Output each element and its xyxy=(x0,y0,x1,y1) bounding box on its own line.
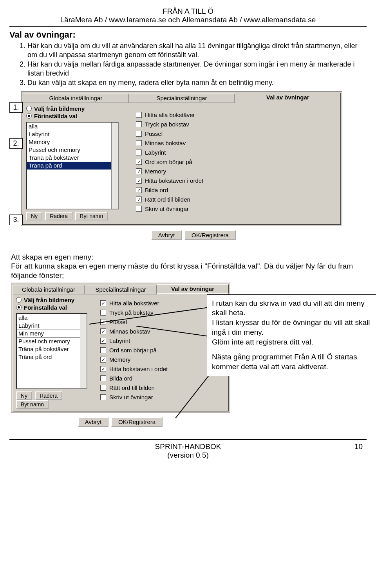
byt-namn-button[interactable]: Byt namn xyxy=(16,400,49,409)
checkbox-icon xyxy=(136,131,142,137)
checkbox-row[interactable]: ✓Rätt ord till bilden xyxy=(136,195,337,204)
radio-icon xyxy=(26,106,32,111)
radio-icon xyxy=(16,305,22,310)
scrollbar[interactable] xyxy=(111,123,118,209)
checkbox-label: Ord som börjar på xyxy=(145,158,192,166)
page-header: FRÅN A TILL Ö LäraMera Ab / www.laramera… xyxy=(9,7,367,27)
instruction-item: Här kan du välja mellan färdiga anpassad… xyxy=(27,60,367,78)
list-item[interactable]: Träna på bokstäver xyxy=(27,154,118,162)
checkbox-icon xyxy=(100,310,106,316)
checkbox-label: Hitta bokstaven i ordet xyxy=(145,177,203,185)
radio-icon xyxy=(26,113,32,119)
para-body: För att kunna skapa en egen meny måste d… xyxy=(11,262,353,280)
checkbox-row[interactable]: Hitta alla bokstäver xyxy=(136,111,337,119)
list-item[interactable]: Träna på ord xyxy=(17,353,87,361)
checkbox-label: Pussel xyxy=(145,130,163,138)
checkbox-icon: ✓ xyxy=(136,197,142,202)
checkbox-row[interactable]: Tryck på bokstav xyxy=(136,120,337,129)
annotation-line: I listan kryssar du för de övningar du v… xyxy=(212,318,372,337)
ok-registrera-button[interactable]: OK/Registrera xyxy=(111,417,163,427)
tabstrip: Globala inställningar Specialinställning… xyxy=(13,284,229,294)
radio-bildmeny[interactable]: Välj från bildmeny xyxy=(26,105,124,112)
checkbox-label: Skriv ut övningar xyxy=(145,205,189,213)
list-item[interactable]: alla xyxy=(27,123,118,130)
list-item[interactable]: Labyrint xyxy=(27,130,118,138)
dialog-footer: Avbryt OK/Registrera xyxy=(11,413,230,431)
checkbox-row[interactable]: Skriv ut övningar xyxy=(100,393,225,402)
radio-label: Välj från bildmeny xyxy=(34,105,85,112)
checkbox-label: Hitta alla bokstäver xyxy=(109,299,159,308)
checkbox-row[interactable]: Pussel xyxy=(136,130,337,138)
checkbox-icon xyxy=(100,347,106,353)
checkbox-label: Tryck på bokstav xyxy=(145,120,189,129)
checkbox-row[interactable]: ✓Hitta bokstaven i ordet xyxy=(136,177,337,185)
callout-3: 3. xyxy=(9,215,23,225)
exercise-checklist: Hitta alla bokstäverTryck på bokstavPuss… xyxy=(124,105,337,222)
para-head: Att skapa en egen meny: xyxy=(11,253,93,261)
radio-label: Förinställda val xyxy=(24,304,67,311)
radio-label: Välj från bildmeny xyxy=(24,297,74,303)
checkbox-icon: ✓ xyxy=(136,187,142,193)
tab-global[interactable]: Globala inställningar xyxy=(23,94,129,103)
checkbox-row[interactable]: Minnas bokstav xyxy=(136,139,337,148)
checkbox-row[interactable]: ✓Memory xyxy=(136,167,337,176)
byt-namn-button[interactable]: Byt namn xyxy=(75,212,108,220)
checkbox-row[interactable]: Rätt ord till bilden xyxy=(100,384,225,392)
list-item[interactable]: alla xyxy=(17,314,87,322)
checkbox-row[interactable]: Labyrint xyxy=(136,148,337,157)
create-menu-para: Att skapa en egen meny: För att kunna sk… xyxy=(11,253,367,280)
list-item[interactable]: Pussel och memory xyxy=(17,337,87,345)
tab-special[interactable]: Specialinställningar xyxy=(129,94,235,103)
scrollbar[interactable] xyxy=(80,314,87,388)
checkbox-row[interactable]: Skriv ut övningar xyxy=(136,205,337,213)
figure-2: Globala inställningar Specialinställning… xyxy=(11,283,367,431)
ny-button[interactable]: Ny xyxy=(26,212,42,220)
checkbox-label: Rätt ord till bilden xyxy=(145,195,190,204)
checkbox-row[interactable]: ✓Ord som börjar på xyxy=(136,158,337,166)
exercise-checklist: ✓Hitta alla bokstäverTryck på bokstav✓Pu… xyxy=(92,296,225,409)
checkbox-icon xyxy=(136,206,142,212)
checkbox-label: Labyrint xyxy=(109,337,130,345)
tab-global[interactable]: Globala inställningar xyxy=(13,285,85,294)
ok-registrera-button[interactable]: OK/Registrera xyxy=(184,230,236,240)
list-item[interactable]: Labyrint xyxy=(17,322,87,330)
radio-bildmeny[interactable]: Välj från bildmeny xyxy=(16,297,92,303)
tab-val-av-ovningar[interactable]: Val av övningar xyxy=(235,93,341,102)
list-item[interactable]: Träna på ord xyxy=(27,162,118,170)
checkbox-icon: ✓ xyxy=(136,168,142,174)
avbryt-button[interactable]: Avbryt xyxy=(151,230,182,240)
settings-dialog: Globala inställningar Specialinställning… xyxy=(21,91,342,226)
radio-forinstallda[interactable]: Förinställda val xyxy=(26,113,124,119)
list-item[interactable]: Träna på bokstäver xyxy=(17,345,87,353)
radio-forinstallda[interactable]: Förinställda val xyxy=(16,304,92,311)
tabstrip: Globala inställningar Specialinställning… xyxy=(23,93,341,102)
page-number: 10 xyxy=(354,442,363,451)
radera-button[interactable]: Radera xyxy=(35,391,62,400)
menu-listbox[interactable]: allaLabyrintMin menyPussel och memoryTrä… xyxy=(16,313,87,389)
tab-val-av-ovningar[interactable]: Val av övningar xyxy=(157,284,229,294)
annotation-line: Nästa gång programmet Från A till Ö star… xyxy=(212,352,372,372)
ny-button[interactable]: Ny xyxy=(16,391,32,400)
section-heading: Val av övningar: xyxy=(9,30,367,40)
checkbox-icon xyxy=(136,140,142,146)
annotation-line: I rutan kan du skriva in vad du vill att… xyxy=(212,299,372,318)
annotation-line: Glöm inte att registrera ditt val. xyxy=(212,337,372,347)
callout-1: 1. xyxy=(9,102,23,113)
header-title: FRÅN A TILL Ö xyxy=(9,7,367,16)
checkbox-label: Bilda ord xyxy=(145,186,168,195)
checkbox-label: Rätt ord till bilden xyxy=(109,384,155,392)
figure-1: 1. 2. 3. Globala inställningar Specialin… xyxy=(21,91,367,244)
dialog-footer: Avbryt OK/Registrera xyxy=(21,226,367,244)
checkbox-label: Minnas bokstav xyxy=(145,139,186,148)
list-item[interactable]: Min meny xyxy=(17,330,87,337)
tab-special[interactable]: Specialinställningar xyxy=(85,285,157,294)
checkbox-label: Hitta bokstaven i ordet xyxy=(109,365,168,373)
radera-button[interactable]: Radera xyxy=(45,212,72,220)
menu-listbox[interactable]: allaLabyrintMemoryPussel och memoryTräna… xyxy=(26,122,119,209)
checkbox-icon xyxy=(100,375,106,381)
checkbox-icon: ✓ xyxy=(100,366,106,372)
avbryt-button[interactable]: Avbryt xyxy=(78,417,108,427)
checkbox-row[interactable]: ✓Bilda ord xyxy=(136,186,337,195)
list-item[interactable]: Memory xyxy=(27,138,118,146)
list-item[interactable]: Pussel och memory xyxy=(27,146,118,154)
